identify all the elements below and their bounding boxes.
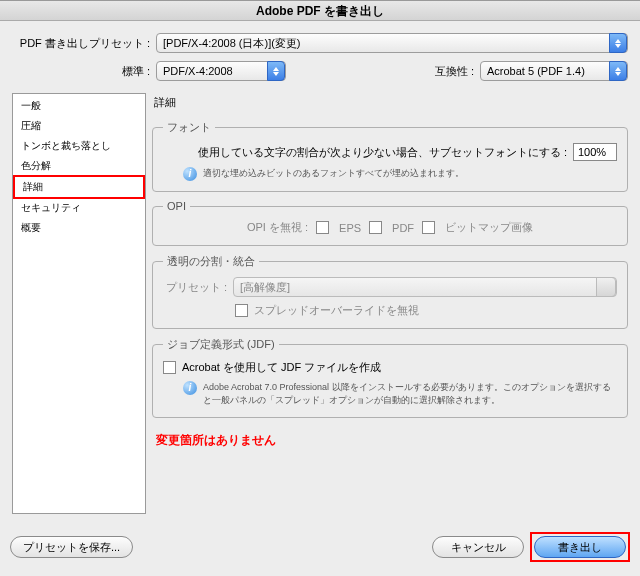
flatten-preset-select: [高解像度] (233, 277, 617, 297)
dialog-footer: プリセットを保存... キャンセル 書き出し (0, 526, 640, 576)
opi-pdf-checkbox[interactable] (369, 221, 382, 234)
standard-compat-row: 標準 : PDF/X-4:2008 互換性 : Acrobat 5 (PDF 1… (12, 61, 628, 81)
content-area: 一般 圧縮 トンボと裁ち落とし 色分解 詳細 セキュリティ 概要 詳細 フォント… (12, 93, 628, 514)
export-highlight: 書き出し (530, 532, 630, 562)
font-legend: フォント (163, 120, 215, 135)
chevron-updown-icon (267, 61, 285, 81)
jdf-create-checkbox[interactable] (163, 361, 176, 374)
standard-select[interactable]: PDF/X-4:2008 (156, 61, 286, 81)
sidebar-item-security[interactable]: セキュリティ (13, 198, 145, 218)
opi-row: OPI を無視 : EPS PDF ビットマップ画像 (163, 220, 617, 235)
jdf-legend: ジョブ定義形式 (JDF) (163, 337, 279, 352)
flatten-preset-value: [高解像度] (240, 280, 290, 295)
opi-pdf-label: PDF (392, 222, 414, 234)
save-preset-button[interactable]: プリセットを保存... (10, 536, 133, 558)
dialog-body: PDF 書き出しプリセット : [PDF/X-4:2008 (日本)](変更) … (0, 21, 640, 526)
jdf-info-row: i Adobe Acrobat 7.0 Professional 以降をインスト… (163, 381, 617, 407)
main-panel: 詳細 フォント 使用している文字の割合が次より少ない場合、サブセットフォントにす… (152, 93, 628, 514)
opi-label: OPI を無視 : (247, 220, 308, 235)
info-icon: i (183, 167, 197, 181)
opi-eps-label: EPS (339, 222, 361, 234)
panel-title: 詳細 (154, 95, 628, 110)
font-group: フォント 使用している文字の割合が次より少ない場合、サブセットフォントにする :… (152, 120, 628, 192)
opi-legend: OPI (163, 200, 190, 212)
info-icon: i (183, 381, 197, 395)
preset-select[interactable]: [PDF/X-4:2008 (日本)](変更) (156, 33, 628, 53)
transparency-group: 透明の分割・統合 プリセット : [高解像度] スプレッドオーバーライドを無視 (152, 254, 628, 329)
preset-value: [PDF/X-4:2008 (日本)](変更) (163, 36, 301, 51)
preset-label: PDF 書き出しプリセット : (12, 36, 156, 51)
window-title: Adobe PDF を書き出し (0, 1, 640, 21)
sidebar-item-advanced[interactable]: 詳細 (13, 175, 145, 199)
jdf-row: Acrobat を使用して JDF ファイルを作成 (163, 360, 617, 375)
opi-bitmap-label: ビットマップ画像 (445, 220, 533, 235)
export-button[interactable]: 書き出し (534, 536, 626, 558)
no-changes-notice: 変更箇所はありません (156, 432, 628, 449)
spread-override-checkbox[interactable] (235, 304, 248, 317)
sidebar-item-separations[interactable]: 色分解 (13, 156, 145, 176)
font-info-row: i 適切な埋め込みビットのあるフォントすべてが埋め込まれます。 (163, 167, 617, 181)
sidebar-item-marks[interactable]: トンボと裁ち落とし (13, 136, 145, 156)
subset-percentage-input[interactable] (573, 143, 617, 161)
jdf-checkbox-label: Acrobat を使用して JDF ファイルを作成 (182, 360, 381, 375)
flatten-preset-label: プリセット : (163, 280, 227, 295)
subset-row: 使用している文字の割合が次より少ない場合、サブセットフォントにする : (163, 143, 617, 161)
jdf-group: ジョブ定義形式 (JDF) Acrobat を使用して JDF ファイルを作成 … (152, 337, 628, 418)
category-sidebar: 一般 圧縮 トンボと裁ち落とし 色分解 詳細 セキュリティ 概要 (12, 93, 146, 514)
flatten-preset-row: プリセット : [高解像度] (163, 277, 617, 297)
sidebar-item-compression[interactable]: 圧縮 (13, 116, 145, 136)
opi-group: OPI OPI を無視 : EPS PDF ビットマップ画像 (152, 200, 628, 246)
standard-value: PDF/X-4:2008 (163, 65, 233, 77)
compat-value: Acrobat 5 (PDF 1.4) (487, 65, 585, 77)
jdf-info-text: Adobe Acrobat 7.0 Professional 以降をインストール… (203, 381, 617, 407)
font-info-text: 適切な埋め込みビットのあるフォントすべてが埋め込まれます。 (203, 167, 464, 180)
transparency-legend: 透明の分割・統合 (163, 254, 259, 269)
sidebar-item-general[interactable]: 一般 (13, 96, 145, 116)
subset-label: 使用している文字の割合が次より少ない場合、サブセットフォントにする : (198, 145, 567, 160)
standard-label: 標準 : (12, 64, 156, 79)
cancel-button[interactable]: キャンセル (432, 536, 524, 558)
compat-select[interactable]: Acrobat 5 (PDF 1.4) (480, 61, 628, 81)
opi-eps-checkbox[interactable] (316, 221, 329, 234)
chevron-updown-icon (609, 61, 627, 81)
compat-label: 互換性 : (435, 64, 480, 79)
sidebar-item-summary[interactable]: 概要 (13, 218, 145, 238)
spread-override-label: スプレッドオーバーライドを無視 (254, 303, 419, 318)
opi-bitmap-checkbox[interactable] (422, 221, 435, 234)
export-pdf-dialog: Adobe PDF を書き出し PDF 書き出しプリセット : [PDF/X-4… (0, 0, 640, 576)
chevron-updown-icon (609, 33, 627, 53)
preset-row: PDF 書き出しプリセット : [PDF/X-4:2008 (日本)](変更) (12, 33, 628, 53)
spread-override-row: スプレッドオーバーライドを無視 (163, 303, 617, 318)
